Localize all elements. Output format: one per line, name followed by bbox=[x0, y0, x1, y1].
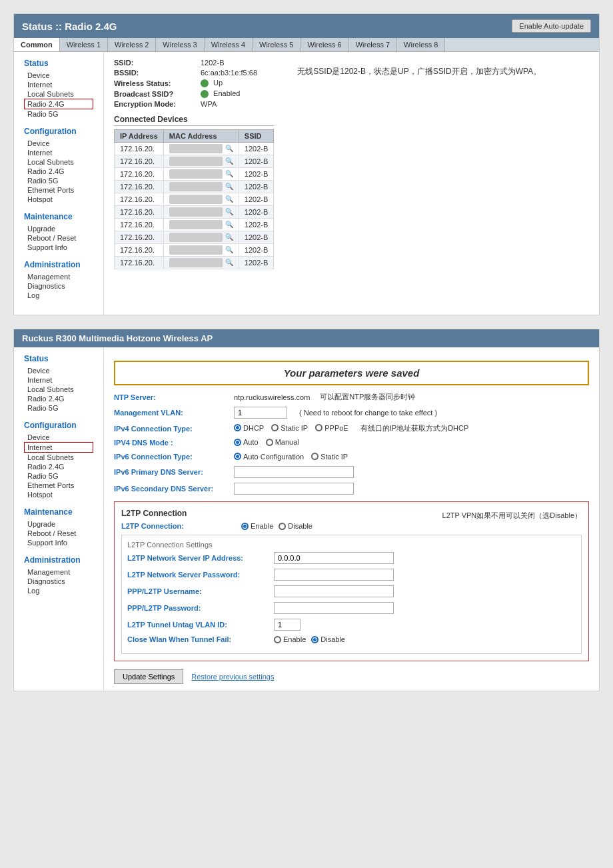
enable-autoupdate-button[interactable]: Enable Auto-update bbox=[512, 19, 591, 33]
restore-settings-button[interactable]: Restore previous settings bbox=[189, 669, 277, 684]
update-settings-button[interactable]: Update Settings bbox=[114, 669, 183, 684]
sidebar-item-radio-5g[interactable]: Radio 5G bbox=[24, 109, 93, 119]
tab-wireless-5[interactable]: Wireless 5 bbox=[253, 38, 301, 51]
sidebar-item2-hotspot[interactable]: Hotspot bbox=[24, 490, 93, 499]
search-icon[interactable]: 🔍 bbox=[225, 170, 233, 177]
ipv4-pppoe-radio-icon bbox=[315, 424, 322, 431]
cell-ssid: 1202-B bbox=[239, 244, 273, 257]
tab-wireless-2[interactable]: Wireless 2 bbox=[108, 38, 156, 51]
sidebar-item-local-subnets[interactable]: Local Subnets bbox=[24, 157, 93, 167]
sidebar-item-management[interactable]: Management bbox=[24, 272, 93, 281]
ipv6-conn-label: IPv6 Connection Type: bbox=[114, 453, 234, 461]
sidebar-item-internet[interactable]: Internet bbox=[24, 148, 93, 157]
sidebar-item2-diagnostics[interactable]: Diagnostics bbox=[24, 577, 93, 586]
sidebar-item-internet[interactable]: Internet bbox=[24, 80, 93, 89]
sidebar-item2-radio-2.4g[interactable]: Radio 2.4G bbox=[24, 462, 93, 471]
sidebar-item-diagnostics[interactable]: Diagnostics bbox=[24, 281, 93, 291]
ppp-user-input[interactable] bbox=[274, 585, 394, 597]
bssid-label: BSSID: bbox=[114, 69, 201, 77]
ipv4-pppoe-radio[interactable]: PPPoE bbox=[315, 424, 348, 432]
sidebar-item-device[interactable]: Device bbox=[24, 139, 93, 148]
sidebar-item2-management[interactable]: Management bbox=[24, 567, 93, 577]
sidebar-item2-internet[interactable]: Internet bbox=[24, 442, 93, 453]
mac-blurred bbox=[169, 195, 223, 204]
sidebar-item-upgrade[interactable]: Upgrade bbox=[24, 224, 93, 233]
broadcast-value: Enabled bbox=[201, 89, 240, 98]
cell-ip: 172.16.20. bbox=[115, 143, 164, 155]
ipv6-static-radio[interactable]: Static IP bbox=[311, 453, 348, 461]
search-icon[interactable]: 🔍 bbox=[225, 259, 233, 266]
l2tp-server-pw-label: L2TP Network Server Password: bbox=[127, 571, 274, 579]
tab-wireless-6[interactable]: Wireless 6 bbox=[301, 38, 348, 51]
ipv6-secondary-dns-input[interactable] bbox=[234, 483, 354, 495]
sidebar-item2-radio-2.4g[interactable]: Radio 2.4G bbox=[24, 394, 93, 403]
l2tp-server-ip-input[interactable] bbox=[274, 552, 394, 564]
sidebar-item2-device[interactable]: Device bbox=[24, 433, 93, 442]
tab-wireless-7[interactable]: Wireless 7 bbox=[349, 38, 397, 51]
sidebar-item2-reboot-/-reset[interactable]: Reboot / Reset bbox=[24, 529, 93, 538]
sidebar-item2-ethernet-ports[interactable]: Ethernet Ports bbox=[24, 481, 93, 490]
search-icon[interactable]: 🔍 bbox=[225, 208, 233, 215]
sidebar-item2-local-subnets[interactable]: Local Subnets bbox=[24, 385, 93, 394]
mgmt-vlan-value bbox=[234, 407, 293, 419]
sidebar-item2-log[interactable]: Log bbox=[24, 586, 93, 595]
search-icon[interactable]: 🔍 bbox=[225, 221, 233, 228]
broadcast-row: Broadcast SSID? Enabled bbox=[114, 89, 274, 98]
cell-ssid: 1202-B bbox=[239, 155, 273, 168]
ipv4-static-radio[interactable]: Static IP bbox=[271, 424, 308, 432]
sidebar-item-radio-5g[interactable]: Radio 5G bbox=[24, 176, 93, 185]
ipv4-dns-manual-radio[interactable]: Manual bbox=[266, 438, 299, 446]
ipv6-primary-dns-input[interactable] bbox=[234, 466, 354, 478]
l2tp-conn-label: L2TP Connection: bbox=[121, 522, 241, 530]
sidebar-item-support-info[interactable]: Support Info bbox=[24, 243, 93, 252]
sidebar-item-radio-24g[interactable]: Radio 2.4G bbox=[24, 167, 93, 176]
close-wlan-disable-radio[interactable]: Disable bbox=[311, 635, 345, 643]
sidebar-section: AdministrationManagementDiagnosticsLog bbox=[24, 260, 93, 300]
mac-blurred bbox=[169, 157, 223, 166]
sidebar-section-title: Administration bbox=[24, 555, 93, 565]
ipv6-auto-icon bbox=[234, 453, 241, 460]
sidebar-item-log[interactable]: Log bbox=[24, 291, 93, 300]
vlan-id-input[interactable] bbox=[274, 619, 301, 631]
ipv4-dhcp-radio[interactable]: DHCP bbox=[234, 424, 264, 432]
vlan-id-label: L2TP Tunnel Untag VLAN ID: bbox=[127, 621, 274, 629]
ipv6-auto-radio[interactable]: Auto Configuration bbox=[234, 453, 304, 461]
search-icon[interactable]: 🔍 bbox=[225, 145, 233, 152]
l2tp-disable-radio[interactable]: Disable bbox=[279, 522, 312, 530]
sidebar-item2-device[interactable]: Device bbox=[24, 366, 93, 375]
search-icon[interactable]: 🔍 bbox=[225, 157, 233, 165]
sidebar-item2-upgrade[interactable]: Upgrade bbox=[24, 519, 93, 529]
ipv4-dns-manual-icon bbox=[266, 439, 273, 446]
ppp-pw-input[interactable] bbox=[274, 602, 394, 614]
sidebar-item2-radio-5g[interactable]: Radio 5G bbox=[24, 471, 93, 481]
sidebar-item2-local-subnets[interactable]: Local Subnets bbox=[24, 453, 93, 462]
l2tp-enable-radio[interactable]: Enable bbox=[241, 522, 273, 530]
sidebar-item-ethernet-ports[interactable]: Ethernet Ports bbox=[24, 185, 93, 195]
ipv4-static-radio-icon bbox=[271, 424, 279, 431]
tab-wireless-4[interactable]: Wireless 4 bbox=[205, 38, 253, 51]
sidebar-item-hotspot[interactable]: Hotspot bbox=[24, 195, 93, 204]
cell-mac: 🔍 bbox=[163, 244, 239, 257]
tab-wireless-1[interactable]: Wireless 1 bbox=[60, 38, 108, 51]
search-icon[interactable]: 🔍 bbox=[225, 233, 233, 241]
tab-common[interactable]: Common bbox=[14, 38, 60, 51]
sidebar-item-local-subnets[interactable]: Local Subnets bbox=[24, 89, 93, 99]
sidebar-section-title: Configuration bbox=[24, 127, 93, 136]
search-icon[interactable]: 🔍 bbox=[225, 246, 233, 253]
sidebar-item-radio-24g[interactable]: Radio 2.4G bbox=[24, 99, 93, 109]
sidebar-item2-internet[interactable]: Internet bbox=[24, 375, 93, 385]
sidebar-item2-support-info[interactable]: Support Info bbox=[24, 538, 93, 547]
search-icon[interactable]: 🔍 bbox=[225, 183, 233, 190]
l2tp-header: L2TP Connection L2TP VPN如果不用可以关闭（选Disabl… bbox=[121, 509, 582, 522]
tab-wireless-3[interactable]: Wireless 3 bbox=[156, 38, 204, 51]
sidebar-item-device[interactable]: Device bbox=[24, 71, 93, 80]
sidebar-item-reboot-/-reset[interactable]: Reboot / Reset bbox=[24, 233, 93, 243]
close-wlan-enable-radio[interactable]: Enable bbox=[274, 635, 306, 643]
main-content-2: Your parameters were saved NTP Server: n… bbox=[104, 347, 599, 691]
tab-wireless-8[interactable]: Wireless 8 bbox=[397, 38, 445, 51]
mgmt-vlan-input[interactable] bbox=[234, 407, 287, 419]
ipv4-dns-auto-radio[interactable]: Auto bbox=[234, 438, 259, 446]
l2tp-server-pw-input[interactable] bbox=[274, 569, 394, 581]
sidebar-item2-radio-5g[interactable]: Radio 5G bbox=[24, 403, 93, 413]
search-icon[interactable]: 🔍 bbox=[225, 195, 233, 203]
